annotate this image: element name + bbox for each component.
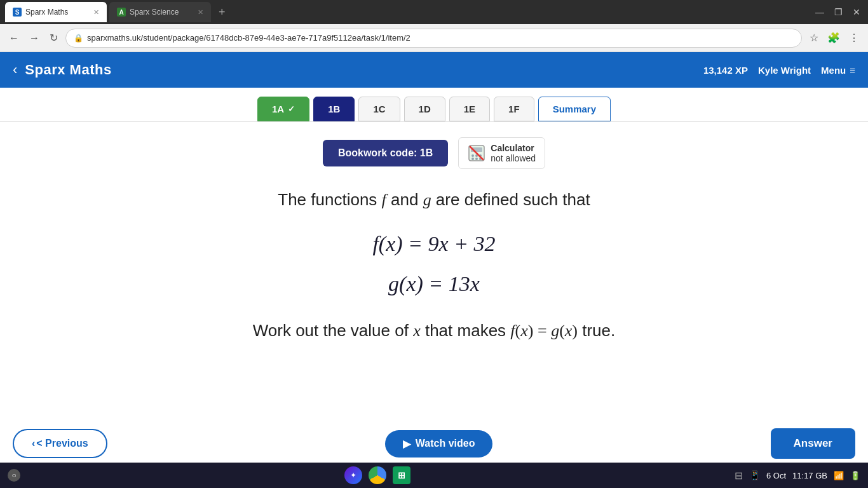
taskbar-time: 11:17 GB — [792, 471, 827, 480]
system-menu-icon[interactable]: ○ — [8, 469, 20, 482]
calculator-not-allowed-label: not allowed — [491, 153, 536, 163]
system-taskbar: ○ ✦ ⊞ ⊟ 📱 6 Oct 11:17 GB 📶 🔋 — [0, 463, 868, 488]
sparx-maths-favicon: S — [13, 8, 22, 17]
watch-label: Watch video — [416, 438, 475, 449]
taskbar-right: ⊟ 📱 6 Oct 11:17 GB 📶 🔋 — [735, 470, 860, 482]
tab-1C-label: 1C — [373, 104, 385, 114]
answer-button[interactable]: Answer — [771, 428, 855, 459]
bottom-bar: ‹ < Previous ▶ Watch video Answer — [0, 424, 868, 463]
phone-icon: 📱 — [749, 470, 760, 480]
sparx-science-favicon: A — [117, 8, 126, 17]
minimize-button[interactable]: — — [813, 7, 827, 17]
previous-label: < Previous — [36, 438, 88, 449]
calculator-label: Calculator — [491, 143, 536, 153]
equation-2: g(x) = 13x — [253, 267, 616, 301]
sparx-header-right: 13,142 XP Kyle Wright Menu ≡ — [703, 65, 855, 76]
sparx-logo: Sparx Maths — [25, 62, 111, 78]
bookmark-icon[interactable]: ☆ — [807, 29, 821, 46]
bookwork-code: Bookwork code: 1B — [323, 140, 448, 166]
svg-point-5 — [471, 158, 474, 160]
menu-label: Menu — [821, 65, 846, 76]
taskbar-left: ○ — [8, 469, 20, 482]
tab-1E-label: 1E — [464, 104, 475, 114]
taskbar-date: 6 Oct — [766, 471, 786, 480]
previous-arrow-icon: ‹ — [32, 438, 35, 449]
tab-1F[interactable]: 1F — [494, 97, 534, 121]
address-bar[interactable]: 🔒 sparxmaths.uk/student/package/61748dcb… — [65, 29, 802, 48]
equation-1: f(x) = 9x + 32 — [253, 227, 616, 261]
question-area: The functions f and g are defined such t… — [215, 188, 654, 343]
tab-1A-label: 1A — [272, 104, 284, 114]
new-tab-button[interactable]: + — [214, 6, 231, 19]
reload-button[interactable]: ↻ — [47, 29, 60, 46]
calculator-text: Calculator not allowed — [491, 143, 536, 163]
lock-icon: 🔒 — [74, 34, 83, 43]
answer-label: Answer — [794, 437, 832, 449]
tab-1E[interactable]: 1E — [449, 97, 490, 121]
user-name: Kyle Wright — [758, 65, 811, 76]
bookwork-row: Bookwork code: 1B Calculator not allowed — [323, 137, 545, 169]
wifi-icon: 📶 — [834, 471, 844, 480]
calculator-badge: Calculator not allowed — [458, 137, 545, 169]
toolbar-icons: ☆ 🧩 ⋮ — [807, 29, 862, 46]
sparx-header: ‹ Sparx Maths 13,142 XP Kyle Wright Menu… — [0, 52, 868, 88]
menu-button[interactable]: Menu ≡ — [821, 65, 855, 76]
tab-1D-label: 1D — [419, 104, 431, 114]
tab-1C[interactable]: 1C — [358, 97, 400, 121]
var-x: x — [413, 322, 421, 340]
video-icon: ▶ — [403, 438, 410, 450]
keyboard-icon: ⊟ — [735, 470, 743, 482]
question-task: Work out the value of x that makes f(x) … — [253, 319, 616, 342]
xp-display: 13,142 XP — [703, 65, 748, 76]
browser-titlebar: S Sparx Maths ✕ A Sparx Science ✕ + — ❐ … — [0, 0, 868, 24]
tab-sparx-science-label: Sparx Science — [130, 8, 179, 17]
svg-point-2 — [471, 154, 474, 157]
chrome-icon[interactable] — [369, 466, 386, 484]
extension-icon[interactable]: 🧩 — [825, 29, 843, 46]
forward-nav-button[interactable]: → — [27, 30, 42, 46]
window-controls: — ❐ ✕ — [813, 7, 863, 17]
previous-button[interactable]: ‹ < Previous — [13, 429, 107, 458]
tab-summary[interactable]: Summary — [538, 97, 611, 121]
equation-block: f(x) = 9x + 32 g(x) = 13x — [253, 227, 616, 301]
function-f-intro: f — [382, 191, 386, 209]
tab-sparx-maths[interactable]: S Sparx Maths ✕ — [5, 2, 107, 22]
maximize-button[interactable]: ❐ — [832, 7, 845, 17]
tab-1A[interactable]: 1A ✓ — [257, 97, 309, 121]
svg-point-6 — [475, 158, 478, 160]
tab-1B[interactable]: 1B — [313, 97, 355, 121]
taskbar-center: ✦ ⊞ — [20, 466, 735, 484]
eq-parens-1: ( — [515, 322, 521, 340]
calculator-icon — [468, 144, 485, 162]
tab-sparx-science[interactable]: A Sparx Science ✕ — [109, 2, 211, 22]
back-nav-button[interactable]: ← — [6, 30, 22, 46]
browser-toolbar: ← → ↻ 🔒 sparxmaths.uk/student/package/61… — [0, 24, 868, 52]
watch-video-button[interactable]: ▶ Watch video — [385, 430, 493, 458]
sheets-icon[interactable]: ⊞ — [393, 466, 410, 484]
eq-task-inline: f — [510, 322, 515, 340]
battery-icon: 🔋 — [850, 471, 860, 480]
address-text: sparxmaths.uk/student/package/61748dcb-8… — [87, 33, 410, 43]
sparx-back-button[interactable]: ‹ — [13, 62, 17, 78]
tab-sparx-maths-label: Sparx Maths — [25, 8, 68, 17]
tab-sparx-maths-close[interactable]: ✕ — [93, 8, 99, 17]
tab-1F-label: 1F — [508, 104, 520, 114]
more-options-icon[interactable]: ⋮ — [846, 29, 862, 46]
tab-1B-label: 1B — [328, 104, 340, 114]
tab-sparx-science-close[interactable]: ✕ — [198, 8, 203, 17]
ai-icon[interactable]: ✦ — [344, 466, 362, 484]
close-button[interactable]: ✕ — [850, 7, 863, 17]
tab-1D[interactable]: 1D — [404, 97, 445, 121]
main-content: Bookwork code: 1B Calculator not allowed… — [0, 122, 868, 402]
checkmark-icon: ✓ — [288, 104, 295, 114]
question-intro: The functions f and g are defined such t… — [253, 188, 616, 212]
tab-navigation: 1A ✓ 1B 1C 1D 1E 1F Summary — [0, 88, 868, 122]
function-g-intro: g — [423, 191, 431, 209]
menu-icon: ≡ — [850, 65, 855, 76]
circle-icon: ○ — [11, 471, 16, 480]
tab-summary-label: Summary — [553, 104, 596, 114]
